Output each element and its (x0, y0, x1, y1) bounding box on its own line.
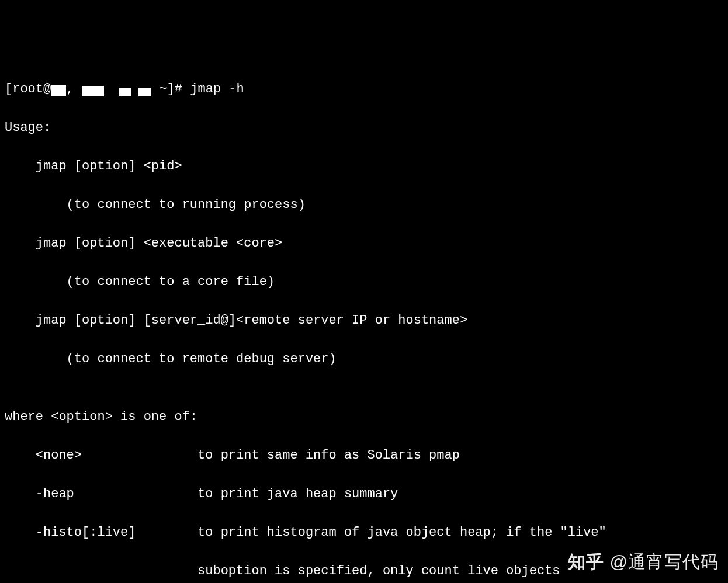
command-text: jmap -h (190, 82, 244, 96)
redacted-seg-1 (82, 86, 104, 96)
prompt-prefix: [root@ (5, 82, 51, 96)
watermark: 知乎 @通宵写代码 (568, 549, 719, 575)
redacted-seg-2 (119, 88, 131, 96)
watermark-text: @通宵写代码 (610, 549, 719, 575)
output-line: jmap [option] <pid> (5, 157, 723, 176)
redacted-seg-3 (138, 88, 151, 96)
output-line: jmap [option] <executable <core> (5, 234, 723, 253)
prompt-mid1: , (66, 82, 74, 96)
redacted-host (51, 85, 66, 96)
prompt-suffix: ~]# (151, 82, 190, 96)
prompt-line: [root@, ~]# jmap -h (5, 79, 723, 99)
prompt-mid2 (104, 82, 112, 96)
output-line: (to connect to a core file) (5, 272, 723, 292)
output-line: where <option> is one of: (5, 407, 723, 426)
output-line: Usage: (5, 118, 723, 137)
output-line: (to connect to remote debug server) (5, 349, 723, 369)
prompt-mid3 (131, 82, 138, 96)
zhihu-logo-icon: 知乎 (568, 549, 604, 575)
output-line: -histo[:live] to print histogram of java… (5, 523, 723, 542)
output-line: -heap to print java heap summary (5, 484, 723, 504)
output-line: jmap [option] [server_id@]<remote server… (5, 311, 723, 330)
output-line: <none> to print same info as Solaris pma… (5, 446, 723, 465)
output-line: (to connect to running process) (5, 195, 723, 214)
